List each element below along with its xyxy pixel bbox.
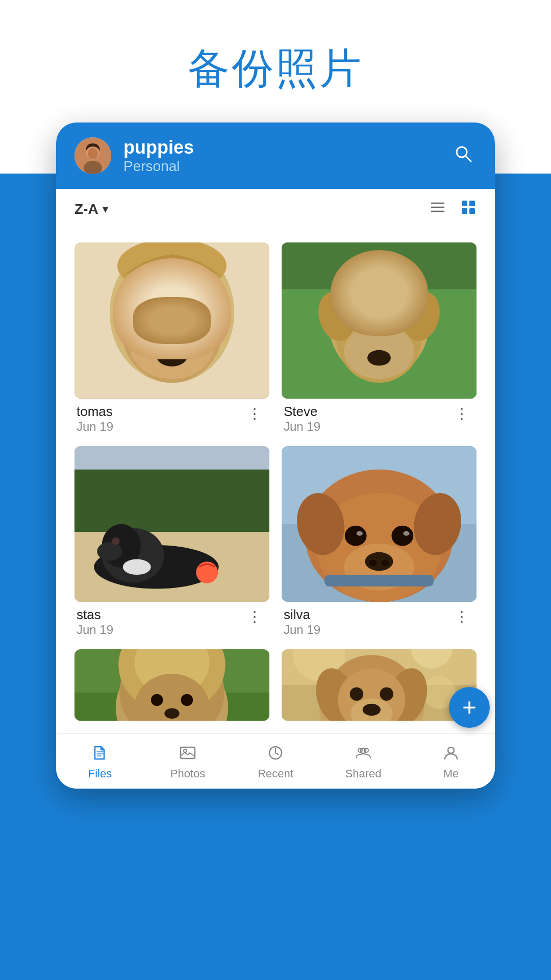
svg-point-80 bbox=[363, 704, 381, 716]
nav-photos[interactable]: Photos bbox=[144, 742, 232, 782]
svg-point-68 bbox=[164, 708, 179, 719]
view-icons bbox=[430, 199, 477, 219]
svg-point-18 bbox=[145, 313, 161, 328]
photos-icon bbox=[179, 744, 197, 764]
page-title: 备份照片 bbox=[188, 41, 363, 97]
photo-stas[interactable] bbox=[74, 446, 269, 602]
nav-me[interactable]: Me bbox=[407, 742, 495, 782]
nav-recent-label: Recent bbox=[258, 767, 293, 780]
search-button[interactable] bbox=[450, 140, 477, 172]
item-text-steve: Steve Jun 19 bbox=[284, 404, 450, 434]
nav-me-label: Me bbox=[443, 767, 459, 780]
item-date-tomas: Jun 19 bbox=[77, 420, 243, 434]
nav-files-label: Files bbox=[88, 767, 112, 780]
bottom-nav: Files Photos Recent bbox=[56, 733, 495, 789]
item-date-silva: Jun 19 bbox=[284, 623, 450, 637]
svg-point-19 bbox=[184, 313, 199, 328]
header-title: puppies bbox=[123, 137, 438, 158]
item-text-silva: silva Jun 19 bbox=[284, 607, 450, 637]
svg-point-66 bbox=[151, 694, 163, 706]
svg-point-41 bbox=[123, 559, 151, 575]
photo-6[interactable] bbox=[282, 649, 477, 721]
list-view-button[interactable] bbox=[430, 199, 446, 219]
svg-rect-12 bbox=[469, 208, 475, 214]
sort-label: Z-A bbox=[74, 201, 98, 217]
photo-grid: tomas Jun 19 ⋮ bbox=[56, 230, 495, 733]
chevron-down-icon: ▾ bbox=[103, 203, 108, 216]
nav-recent[interactable]: Recent bbox=[232, 742, 319, 782]
item-info-silva: silva Jun 19 ⋮ bbox=[282, 602, 477, 637]
item-text-stas: stas Jun 19 bbox=[77, 607, 243, 637]
more-button-stas[interactable]: ⋮ bbox=[243, 607, 267, 626]
photo-tomas[interactable] bbox=[74, 242, 269, 399]
svg-point-16 bbox=[129, 309, 215, 379]
more-button-tomas[interactable]: ⋮ bbox=[243, 404, 267, 423]
app-card: puppies Personal Z-A ▾ bbox=[56, 122, 495, 789]
svg-point-17 bbox=[156, 345, 187, 366]
svg-point-67 bbox=[181, 694, 193, 706]
svg-point-84 bbox=[184, 749, 187, 752]
fab-button[interactable]: + bbox=[449, 687, 490, 728]
me-icon bbox=[442, 744, 460, 764]
svg-point-51 bbox=[345, 525, 367, 546]
header-info: puppies Personal bbox=[123, 137, 438, 175]
grid-item-6[interactable] bbox=[282, 649, 477, 721]
svg-point-39 bbox=[97, 542, 122, 561]
item-date-stas: Jun 19 bbox=[77, 623, 243, 637]
more-button-steve[interactable]: ⋮ bbox=[450, 404, 474, 423]
svg-point-28 bbox=[389, 321, 404, 333]
grid-item-stas[interactable]: stas Jun 19 ⋮ bbox=[74, 446, 269, 638]
sort-bar: Z-A ▾ bbox=[56, 189, 495, 230]
shared-icon bbox=[354, 744, 372, 764]
grid-item-steve[interactable]: Steve Jun 19 ⋮ bbox=[282, 242, 477, 434]
svg-rect-34 bbox=[74, 469, 269, 531]
svg-rect-57 bbox=[324, 575, 434, 586]
photo-5[interactable] bbox=[74, 649, 269, 721]
svg-point-82 bbox=[380, 688, 393, 701]
nav-files[interactable]: Files bbox=[56, 742, 144, 782]
nav-shared-label: Shared bbox=[345, 767, 382, 780]
nav-shared[interactable]: Shared bbox=[319, 742, 407, 782]
item-name-stas: stas bbox=[77, 607, 243, 623]
svg-point-2 bbox=[88, 148, 98, 159]
svg-rect-10 bbox=[469, 201, 475, 206]
svg-point-49 bbox=[369, 560, 377, 566]
item-name-tomas: tomas bbox=[77, 404, 243, 420]
item-name-silva: silva bbox=[284, 607, 450, 623]
svg-line-5 bbox=[466, 156, 471, 161]
item-info-steve: Steve Jun 19 ⋮ bbox=[282, 399, 477, 434]
recent-icon bbox=[266, 744, 285, 764]
svg-rect-9 bbox=[462, 201, 467, 206]
svg-rect-11 bbox=[462, 208, 467, 214]
svg-point-81 bbox=[350, 688, 363, 701]
avatar bbox=[74, 137, 111, 174]
sort-selector[interactable]: Z-A ▾ bbox=[74, 201, 108, 217]
svg-point-27 bbox=[355, 321, 369, 333]
grid-item-5[interactable] bbox=[74, 649, 269, 721]
grid-view-button[interactable] bbox=[460, 199, 477, 219]
grid-item-silva[interactable]: silva Jun 19 ⋮ bbox=[282, 446, 477, 638]
app-header: puppies Personal bbox=[56, 122, 495, 189]
files-icon bbox=[91, 744, 109, 764]
grid-item-tomas[interactable]: tomas Jun 19 ⋮ bbox=[74, 242, 269, 434]
svg-point-52 bbox=[391, 525, 413, 546]
item-name-steve: Steve bbox=[284, 404, 450, 420]
item-date-steve: Jun 19 bbox=[284, 420, 450, 434]
svg-point-20 bbox=[117, 242, 227, 293]
item-info-stas: stas Jun 19 ⋮ bbox=[74, 602, 269, 637]
svg-rect-83 bbox=[181, 747, 195, 758]
item-text-tomas: tomas Jun 19 bbox=[77, 404, 243, 434]
svg-point-53 bbox=[357, 531, 363, 535]
item-info-tomas: tomas Jun 19 ⋮ bbox=[74, 399, 269, 434]
svg-point-48 bbox=[365, 552, 393, 571]
svg-point-54 bbox=[403, 531, 409, 535]
header-subtitle: Personal bbox=[123, 158, 438, 175]
nav-photos-label: Photos bbox=[170, 767, 206, 780]
svg-point-26 bbox=[367, 350, 391, 366]
photo-silva[interactable] bbox=[282, 446, 477, 602]
svg-point-50 bbox=[382, 560, 389, 566]
more-button-silva[interactable]: ⋮ bbox=[450, 607, 474, 626]
photo-steve[interactable] bbox=[282, 242, 477, 399]
svg-point-89 bbox=[448, 747, 454, 753]
svg-point-40 bbox=[112, 537, 119, 545]
